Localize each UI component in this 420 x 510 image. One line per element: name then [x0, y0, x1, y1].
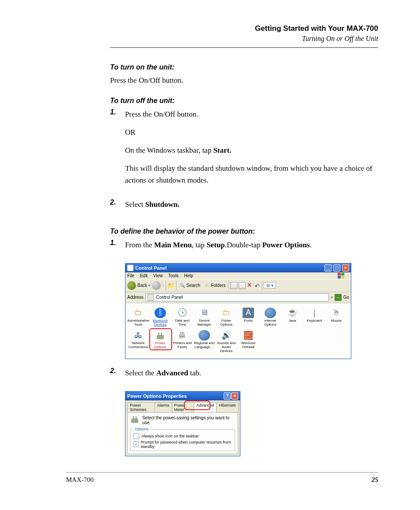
control-panel-content: 🗀Administrative Tools ᛒBluetooth Devices…	[125, 303, 351, 359]
window-title: Power Options Properties	[127, 393, 224, 399]
footer-product: MAX-700	[66, 476, 94, 484]
tab-power-schemes[interactable]: Power Schemes	[127, 402, 155, 412]
cp-item-sounds[interactable]: 🔊Sounds and Audio Devices	[215, 329, 237, 356]
window-titlebar: Power Options Properties ? ×	[125, 392, 240, 400]
cp-item-folder-options[interactable]: 🗀Folder Options	[215, 307, 237, 330]
header-rule	[110, 47, 378, 48]
maximize-button[interactable]: □	[333, 264, 340, 272]
cp-item-network[interactable]: 🖧Network Connections	[127, 329, 149, 356]
close-button[interactable]: ×	[231, 393, 238, 400]
address-bar: Address Control Panel ▾ → Go	[125, 292, 351, 303]
red-highlight-icon	[149, 328, 172, 350]
step-number: 2.	[110, 367, 125, 375]
up-button-icon[interactable]: 📁	[167, 282, 175, 289]
tab-hibernate[interactable]: Hibernate	[216, 402, 239, 412]
help-button[interactable]: ?	[224, 393, 231, 400]
step-text: OR	[125, 126, 378, 138]
copy-to-icon[interactable]	[239, 282, 246, 289]
windows-flag-icon	[338, 273, 345, 279]
red-highlight-icon	[184, 400, 210, 410]
group-legend: Options	[133, 427, 150, 431]
step-text: On the Windows taskbar, tap Start.	[125, 144, 378, 156]
options-group: Options Always show icon on the taskbar …	[130, 429, 235, 451]
window-title: Control Panel	[135, 265, 324, 271]
folders-button[interactable]: 🗀 Folders	[203, 283, 227, 288]
toolbar: Back ▾ ▾ 📁 🔍 Search 🗀 Folders ✕	[125, 279, 351, 292]
screenshot-power-options: Power Options Properties ? × Power Schem…	[125, 391, 240, 456]
go-button-label[interactable]: Go	[343, 295, 349, 300]
cp-item-date-time[interactable]: 🕓Date and Time	[171, 307, 193, 330]
section-title: Turning On or Off the Unit	[110, 35, 378, 43]
back-button-label[interactable]: Back	[137, 283, 147, 288]
cp-item-java[interactable]: ☕Java	[281, 307, 303, 330]
step-text: Press the On/Off button.	[125, 108, 378, 120]
cp-item-regional[interactable]: Regional and Language ...	[193, 329, 215, 356]
address-label: Address	[127, 295, 144, 300]
menu-edit[interactable]: Edit	[140, 273, 147, 278]
checkbox-icon	[133, 433, 139, 439]
screenshot-control-panel: Control Panel _ □ × File Edit View Tools…	[125, 263, 351, 359]
search-icon: 🔍	[180, 283, 185, 288]
checkbox-show-icon[interactable]: Always show icon on the taskbar	[133, 433, 232, 439]
step-number: 2.	[110, 198, 125, 206]
cp-item-firewall[interactable]: 🧱Windows Firewall	[237, 329, 259, 356]
body-turn-on: Press the On/Off button.	[110, 75, 378, 86]
heading-power-button: To define the behavior of the power butt…	[110, 227, 378, 235]
undo-icon[interactable]: ↶	[254, 283, 261, 289]
heading-turn-on: To turn on the unit:	[110, 63, 378, 71]
checkbox-prompt-password[interactable]: ✓ Prompt for password when computer resu…	[133, 440, 232, 449]
power-plug-icon	[130, 416, 139, 425]
checkbox-label: Always show icon on the taskbar	[141, 434, 199, 438]
cp-item-fonts[interactable]: AFonts	[237, 307, 259, 330]
footer-rule	[66, 472, 378, 473]
tab-alarms[interactable]: Alarms	[155, 402, 172, 412]
cp-item-internet-options[interactable]: Internet Options	[259, 307, 281, 330]
close-button[interactable]: ×	[342, 264, 349, 272]
page-header: Getting Started with Your MAX-700 Turnin…	[110, 24, 378, 48]
step-text: From the Main Menu, tap Setup.Double-tap…	[125, 239, 378, 251]
step-text: Select the Advanced tab.	[125, 367, 378, 379]
delete-icon[interactable]: ✕	[247, 283, 253, 289]
step-text: Select Shutdown.	[125, 198, 378, 210]
move-to-icon[interactable]	[230, 282, 237, 289]
checkbox-label: Prompt for password when computer resume…	[141, 440, 232, 449]
cp-item-printers[interactable]: 🖶Printers and Faxes	[171, 329, 193, 356]
cp-item-mouse[interactable]: 🖱Mouse	[325, 307, 347, 330]
page-number: 25	[372, 476, 378, 484]
step-number: 1.	[110, 239, 125, 247]
search-button[interactable]: 🔍 Search	[178, 283, 202, 288]
page-footer: MAX-700 25	[66, 472, 378, 484]
app-icon	[127, 265, 133, 271]
menu-bar: File Edit View Tools Help	[125, 272, 351, 279]
turn-off-step-2: 2. Select Shutdown.	[110, 198, 378, 216]
address-field[interactable]: Control Panel	[145, 294, 329, 301]
go-button-icon[interactable]: →	[335, 294, 342, 301]
cp-item-admin-tools[interactable]: 🗀Administrative Tools	[127, 307, 149, 330]
window-titlebar: Control Panel _ □ ×	[125, 264, 351, 272]
cp-item-bluetooth[interactable]: ᛒBluetooth Devices	[149, 307, 171, 330]
tab-body: Select the power-saving settings you wan…	[127, 412, 238, 454]
checkbox-icon: ✓	[133, 441, 139, 447]
power-button-step-1: 1. From the Main Menu, tap Setup.Double-…	[110, 239, 378, 257]
chapter-title: Getting Started with Your MAX-700	[110, 24, 378, 33]
folders-icon: 🗀	[205, 283, 210, 288]
cp-item-keyboard[interactable]: Keyboard	[303, 307, 325, 330]
tab-strip: Power Schemes Alarms Power Meter Advance…	[125, 400, 240, 412]
menu-help[interactable]: Help	[184, 273, 193, 278]
cp-item-device-manager[interactable]: 🖥Device Manager	[193, 307, 215, 330]
intro-text: Select the power-saving settings you wan…	[142, 415, 235, 425]
step-text: This will display the standard shutdown …	[125, 162, 378, 186]
minimize-button[interactable]: _	[324, 264, 332, 272]
views-button[interactable]: ⊞ ▾	[264, 282, 276, 289]
step-number: 1.	[110, 108, 125, 116]
turn-off-step-1: 1. Press the On/Off button. OR On the Wi…	[110, 108, 378, 193]
heading-turn-off: To turn off the unit:	[110, 97, 378, 105]
power-button-step-2: 2. Select the Advanced tab.	[110, 367, 378, 385]
forward-button-icon	[152, 281, 161, 290]
cp-item-power-options[interactable]: Power Options	[149, 329, 171, 356]
menu-view[interactable]: View	[153, 273, 163, 278]
back-button-icon[interactable]	[127, 281, 136, 290]
menu-file[interactable]: File	[127, 273, 134, 278]
menu-tools[interactable]: Tools	[168, 273, 178, 278]
